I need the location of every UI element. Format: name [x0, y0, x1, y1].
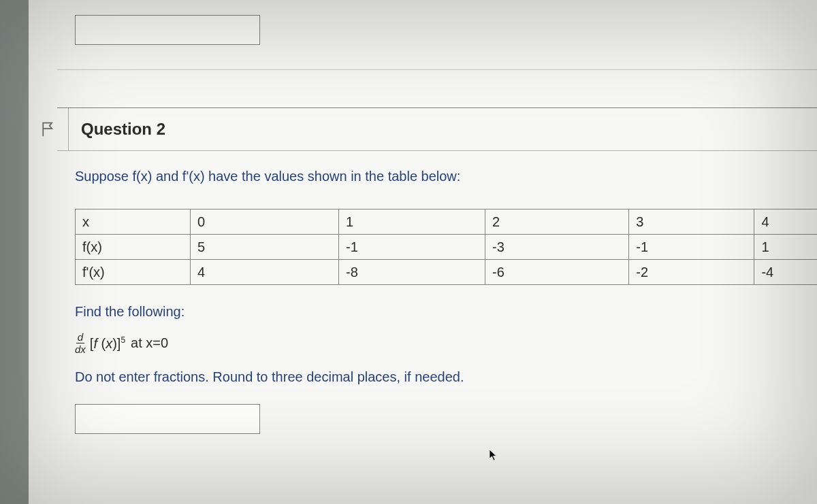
table-cell: 4	[191, 260, 339, 285]
table-cell: 4	[754, 209, 817, 235]
table-cell: 5	[191, 235, 339, 260]
table-cell: -1	[629, 235, 754, 260]
flag-icon	[41, 121, 56, 137]
screenshot-viewport: Question 2 Suppose f(x) and f'(x) have t…	[0, 0, 817, 504]
table-cell: -4	[754, 260, 817, 285]
expression-at: at x=0	[131, 335, 168, 351]
question-header-bar: Question 2	[57, 107, 817, 151]
prev-answer-input[interactable]	[75, 15, 260, 45]
expression-body: [f (x)]5	[90, 335, 125, 352]
table-cell: -8	[339, 260, 485, 285]
table-cell: 0	[191, 209, 339, 235]
question-body: Suppose f(x) and f'(x) have the values s…	[75, 169, 817, 434]
prev-answer-input-wrap	[75, 15, 260, 45]
derivative-expression: d dx [f (x)]5 at x=0	[75, 332, 817, 354]
values-table: x01234f(x)5-1-3-11f'(x)4-8-6-2-4	[75, 209, 817, 285]
table-cell: -6	[485, 260, 629, 285]
row-header: x	[76, 209, 191, 235]
answer-input-wrap	[75, 404, 260, 434]
question-title: Question 2	[81, 120, 165, 139]
table-cell: 1	[339, 209, 485, 235]
table-row: f(x)5-1-3-11	[76, 235, 818, 260]
answer-input[interactable]	[75, 404, 260, 434]
question-paper: Question 2 Suppose f(x) and f'(x) have t…	[29, 0, 817, 504]
table-cell: -2	[629, 260, 754, 285]
fraction-d-dx: d dx	[75, 332, 86, 354]
table-cell: -3	[485, 235, 629, 260]
table-cell: -1	[339, 235, 485, 260]
table-cell: 1	[754, 235, 817, 260]
table-row: f'(x)4-8-6-2-4	[76, 260, 818, 285]
question-prompt: Suppose f(x) and f'(x) have the values s…	[75, 169, 817, 184]
rounding-note: Do not enter fractions. Round to three d…	[75, 369, 817, 385]
table-cell: 3	[629, 209, 754, 235]
find-label: Find the following:	[75, 304, 817, 320]
table-row: x01234	[76, 209, 818, 235]
divider	[57, 69, 817, 70]
row-header: f'(x)	[76, 260, 191, 285]
flag-button[interactable]	[29, 108, 69, 150]
table-cell: 2	[485, 209, 629, 235]
row-header: f(x)	[76, 235, 191, 260]
